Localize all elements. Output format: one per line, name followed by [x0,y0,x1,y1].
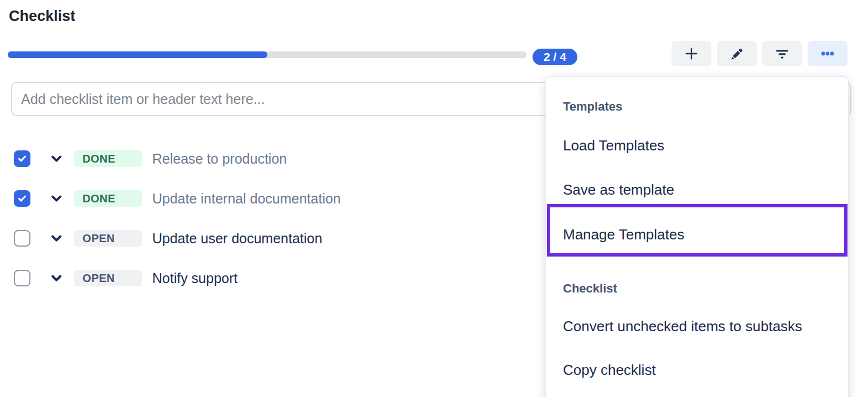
menu-item-convert-unchecked[interactable]: Convert unchecked items to subtasks [546,304,848,348]
item-label[interactable]: Notify support [152,270,237,286]
checklist-toolbar [671,41,848,66]
menu-item-load-templates[interactable]: Load Templates [546,123,848,168]
more-actions-button[interactable] [808,41,848,66]
checklist-panel: Checklist 2 / 4 [0,0,868,397]
item-label[interactable]: Release to production [152,151,287,167]
progress-bar [8,51,526,58]
menu-item-manage-templates[interactable]: Manage Templates [546,212,848,257]
page-title: Checklist [9,8,75,25]
item-label[interactable]: Update user documentation [152,231,322,247]
chevron-down-icon[interactable] [51,195,62,202]
item-checkbox[interactable] [14,150,30,167]
filter-button[interactable] [762,41,802,66]
chevron-down-icon[interactable] [51,274,62,282]
progress-count-badge: 2 / 4 [533,49,577,65]
check-icon [17,193,28,204]
menu-item-copy-checklist[interactable]: Copy checklist [546,348,848,392]
progress-fill [8,51,267,58]
item-label[interactable]: Update internal documentation [152,191,341,207]
chevron-down-icon[interactable] [51,155,62,163]
chevron-down-icon[interactable] [51,234,62,242]
menu-section-header-checklist: Checklist [546,275,848,302]
menu-section-header-templates: Templates [546,93,848,120]
checklist-row: DONE Release to production [0,139,531,179]
check-icon [17,153,28,164]
item-checkbox[interactable] [14,190,30,207]
menu-item-save-as-template[interactable]: Save as template [546,168,848,212]
checklist-row: OPEN Update user documentation [0,218,531,258]
status-badge[interactable]: OPEN [74,230,142,247]
plus-icon [683,45,700,62]
item-checkbox[interactable] [14,230,30,247]
checklist-row: OPEN Notify support [0,258,531,298]
filter-icon [774,46,790,61]
checklist-items: DONE Release to production DONE Update i… [0,139,531,298]
status-badge[interactable]: DONE [74,150,142,167]
more-actions-menu: Templates Load Templates Save as templat… [545,76,849,397]
ellipsis-icon [819,47,836,60]
status-badge[interactable]: OPEN [74,270,142,286]
edit-checklist-button[interactable] [717,41,757,66]
status-badge[interactable]: DONE [74,190,142,207]
pencil-icon [730,46,745,61]
item-checkbox[interactable] [14,270,30,286]
checklist-row: DONE Update internal documentation [0,179,531,218]
add-item-button[interactable] [671,41,711,66]
